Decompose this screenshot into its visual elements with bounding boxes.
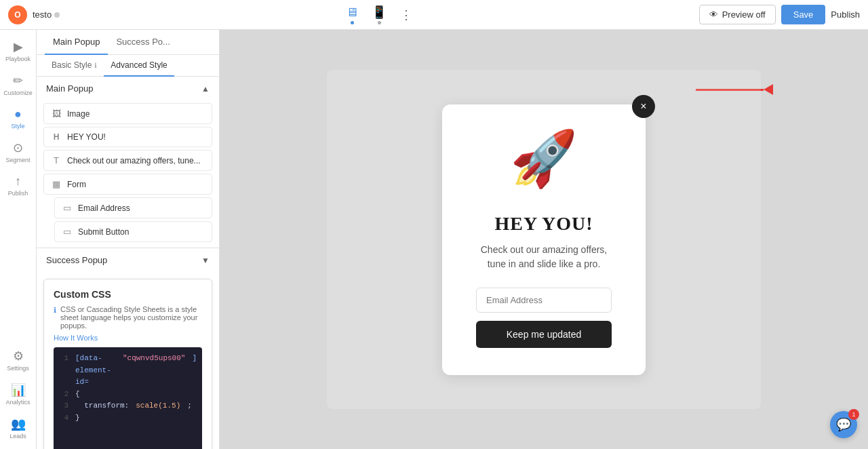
code-line-3: 3 transform: scale(1.5);	[59, 400, 197, 412]
info-icon: ℹ	[94, 62, 97, 69]
preview-icon: 👁	[709, 9, 718, 20]
form-icon: ▦	[51, 179, 62, 189]
chat-badge: 1	[848, 409, 859, 420]
tree-item-form[interactable]: ▦ Form	[43, 174, 212, 195]
code-line-4: 4 }	[59, 412, 197, 425]
preview-button[interactable]: 👁 Preview off	[699, 5, 776, 24]
popup-close-button[interactable]: ×	[632, 95, 655, 118]
how-it-works-link[interactable]: How It Works	[54, 334, 202, 342]
main-popup-section: Main Popup ▲ 🖼 Image H HEY YOU! T Check …	[37, 77, 219, 248]
tree-item-submit[interactable]: ▭ Submit Button	[54, 221, 212, 242]
main-popup-section-header[interactable]: Main Popup ▲	[37, 77, 219, 100]
project-name-area: testo	[33, 9, 60, 20]
code-editor[interactable]: 1 [data-element-id="cqwnvd5ups00"] 2 { 3…	[54, 347, 202, 449]
tab-main-popup[interactable]: Main Popup	[45, 30, 108, 55]
custom-css-title: Custom CSS	[54, 289, 202, 300]
more-options-button[interactable]: ⋮	[397, 5, 415, 25]
sidebar-item-playbook[interactable]: ▶ Playbook	[0, 35, 36, 66]
topbar: O testo 🖥 📱 ⋮ 👁 Preview off Save Publish	[0, 0, 868, 30]
tree-item-email[interactable]: ▭ Email Address	[54, 197, 212, 218]
mobile-view-button[interactable]: 📱	[369, 2, 389, 27]
sidebar-item-style[interactable]: ● Style	[0, 103, 36, 134]
heading-icon: H	[51, 132, 62, 142]
playbook-icon: ▶	[14, 39, 23, 54]
sidebar-item-settings[interactable]: ⚙ Settings	[0, 345, 36, 376]
success-popup-section-header[interactable]: Success Popup ▼	[37, 248, 219, 272]
leads-icon: 👥	[11, 416, 26, 431]
customize-icon: ✏	[13, 73, 23, 88]
popup-rocket-image: 🚀	[510, 132, 578, 199]
sidebar-item-segment[interactable]: ⊙ Segment	[0, 136, 36, 168]
tree-item-image[interactable]: 🖼 Image	[43, 103, 212, 124]
sidebar-item-label-segment: Segment	[5, 157, 30, 163]
submit-button-icon: ▭	[62, 227, 73, 237]
chat-icon: 💬	[836, 417, 851, 432]
sidebar-item-label-playbook: Playbook	[5, 56, 31, 62]
code-line-1: 1 [data-element-id="cqwnvd5ups00"]	[59, 353, 197, 389]
email-field-icon: ▭	[62, 203, 73, 213]
sidebar-item-label-settings: Settings	[7, 365, 29, 372]
segment-icon: ⊙	[13, 140, 23, 155]
popup-subtitle: Check out our amazing offers, tune in an…	[476, 243, 612, 271]
sidebar-item-leads[interactable]: 👥 Leads	[0, 412, 36, 444]
canvas-area: × 🚀 HEY YOU! Check out our amazing offer…	[220, 30, 868, 449]
style-tabs: Basic Style ℹ Advanced Style	[37, 55, 219, 77]
sidebar-item-label-style: Style	[11, 123, 24, 130]
style-icon: ●	[14, 107, 22, 121]
popup-card: × 🚀 HEY YOU! Check out our amazing offer…	[442, 104, 646, 375]
popup-overlay: × 🚀 HEY YOU! Check out our amazing offer…	[327, 70, 761, 409]
save-button[interactable]: Save	[781, 5, 826, 24]
app-logo: O	[8, 5, 27, 24]
popup-title: HEY YOU!	[476, 213, 612, 235]
publish-icon: ↑	[15, 174, 21, 189]
settings-icon: ⚙	[13, 349, 24, 364]
desktop-view-button[interactable]: 🖥	[343, 3, 361, 27]
chat-bubble[interactable]: 💬 1	[830, 411, 857, 438]
image-icon: 🖼	[51, 109, 62, 119]
text-icon: T	[51, 155, 62, 165]
chevron-down-icon: ▼	[201, 256, 210, 265]
panel: Main Popup Success Po... Basic Style ℹ A…	[37, 30, 220, 449]
tree-item-heading[interactable]: H HEY YOU!	[43, 127, 212, 147]
tree-item-text[interactable]: T Check out our amazing offers, tune...	[43, 150, 212, 171]
sidebar-item-label-leads: Leads	[9, 433, 26, 440]
tab-basic-style[interactable]: Basic Style ℹ	[45, 55, 104, 77]
analytics-icon: 📊	[11, 383, 26, 397]
main-popup-tree: 🖼 Image H HEY YOU! T Check out our amazi…	[37, 100, 219, 248]
main-layout: ▶ Playbook ✏ Customize ● Style ⊙ Segment…	[0, 30, 868, 449]
icon-sidebar: ▶ Playbook ✏ Customize ● Style ⊙ Segment…	[0, 30, 37, 449]
project-status-dot	[54, 12, 60, 18]
custom-css-info: ℹ CSS or Cascading Style Sheets is a sty…	[54, 305, 202, 330]
success-popup-section: Success Popup ▼	[37, 248, 219, 272]
custom-css-box: Custom CSS ℹ CSS or Cascading Style Shee…	[43, 279, 212, 449]
popup-email-input[interactable]	[476, 288, 612, 313]
panel-tabs: Main Popup Success Po...	[37, 30, 219, 55]
tab-advanced-style[interactable]: Advanced Style	[104, 55, 174, 77]
sidebar-item-publish[interactable]: ↑ Publish	[0, 170, 36, 201]
sidebar-item-customize[interactable]: ✏ Customize	[0, 69, 36, 100]
topbar-right: 👁 Preview off Save Publish	[699, 5, 860, 24]
sidebar-item-label-publish: Publish	[8, 190, 28, 197]
sidebar-item-label-customize: Customize	[3, 90, 33, 96]
topbar-center: 🖥 📱 ⋮	[65, 2, 693, 27]
chevron-up-icon: ▲	[201, 84, 210, 94]
publish-button[interactable]: Publish	[831, 9, 860, 20]
arrow-head	[764, 84, 773, 95]
sidebar-item-label-analytics: Analytics	[5, 399, 30, 406]
info-circle-icon: ℹ	[54, 306, 56, 315]
sidebar-item-analytics[interactable]: 📊 Analytics	[0, 378, 36, 410]
code-line-2: 2 {	[59, 389, 197, 401]
tab-success-popup[interactable]: Success Po...	[108, 30, 178, 55]
popup-submit-button[interactable]: Keep me updated	[476, 321, 612, 348]
